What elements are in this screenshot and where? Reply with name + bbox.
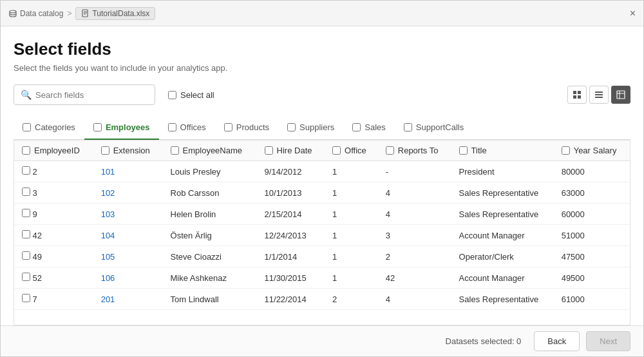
svg-rect-11 <box>595 97 603 98</box>
table-row: 2 101 Louis Presley 9/14/2012 1 - Presid… <box>14 161 630 182</box>
col-select-yearsalary[interactable] <box>562 146 570 155</box>
col-header-title: Title <box>451 140 554 161</box>
cell-yearsalary: 61000 <box>554 289 630 310</box>
col-select-office[interactable] <box>332 146 341 155</box>
cell-extension[interactable]: 103 <box>93 204 163 225</box>
cell-employeeid: 52 <box>14 267 93 289</box>
col-select-extension[interactable] <box>101 146 109 155</box>
row-checkbox[interactable] <box>22 209 30 217</box>
bottom-bar: Datasets selected: 0 Back Next <box>1 325 643 356</box>
tab-sales-checkbox[interactable] <box>352 123 361 131</box>
tab-offices-checkbox[interactable] <box>168 123 176 131</box>
cell-extension[interactable]: 102 <box>93 182 163 204</box>
cell-extension[interactable]: 201 <box>93 289 163 310</box>
cell-employeename: Östen Ärlig <box>163 225 257 246</box>
page-subtitle: Select the fields you want to include in… <box>14 63 630 73</box>
cell-hiredate: 11/30/2015 <box>257 267 325 289</box>
table-view-button[interactable] <box>611 86 630 104</box>
cell-extension[interactable]: 104 <box>93 225 163 246</box>
cell-hiredate: 9/14/2012 <box>257 161 325 182</box>
row-checkbox[interactable] <box>22 188 30 196</box>
col-select-employeename[interactable] <box>171 146 179 155</box>
cell-extension[interactable]: 101 <box>93 161 163 182</box>
cell-employeename: Helen Brolin <box>163 204 257 225</box>
tab-offices[interactable]: Offices <box>159 116 215 140</box>
tab-categories[interactable]: Categories <box>14 116 84 140</box>
cell-hiredate: 1/1/2014 <box>257 246 325 267</box>
cell-reportsto: - <box>378 161 451 182</box>
cell-reportsto: 4 <box>378 289 451 310</box>
list-view-button[interactable] <box>589 86 609 104</box>
svg-rect-12 <box>617 91 625 99</box>
tab-products-label: Products <box>236 122 269 132</box>
svg-rect-9 <box>595 92 603 93</box>
close-button[interactable]: × <box>630 8 636 19</box>
tab-offices-label: Offices <box>180 122 206 132</box>
cell-yearsalary: 49500 <box>554 267 630 289</box>
row-checkbox[interactable] <box>22 273 30 281</box>
search-input[interactable] <box>35 90 148 100</box>
tab-products-checkbox[interactable] <box>224 123 232 131</box>
cell-yearsalary: 47500 <box>554 246 630 267</box>
col-header-employeename: EmployeeName <box>163 140 257 161</box>
row-checkbox[interactable] <box>22 230 30 238</box>
cell-employeeid: 49 <box>14 246 93 267</box>
tab-suppliers[interactable]: Suppliers <box>278 116 343 140</box>
col-select-hiredate[interactable] <box>265 146 273 155</box>
col-header-employeeid: EmployeeID <box>14 140 93 161</box>
select-all-checkbox[interactable] <box>168 91 176 99</box>
row-checkbox[interactable] <box>22 166 30 175</box>
cell-extension[interactable]: 105 <box>93 246 163 267</box>
table-row: 52 106 Mike Ashkenaz 11/30/2015 1 42 Acc… <box>14 267 630 289</box>
tab-sales[interactable]: Sales <box>343 116 395 140</box>
breadcrumb-separator: > <box>67 9 71 18</box>
svg-point-0 <box>10 10 16 13</box>
svg-rect-5 <box>573 91 576 94</box>
col-header-extension: Extension <box>93 140 163 161</box>
cell-title: Operator/Clerk <box>451 246 554 267</box>
cell-office: 1 <box>325 204 378 225</box>
row-checkbox[interactable] <box>22 251 30 260</box>
col-select-reportsto[interactable] <box>386 146 394 155</box>
col-header-reportsto: Reports To <box>378 140 451 161</box>
cell-title: President <box>451 161 554 182</box>
grid-view-button[interactable] <box>567 86 587 104</box>
content-area: Select fields Select the fields you want… <box>1 26 643 325</box>
cell-yearsalary: 63000 <box>554 182 630 204</box>
cell-extension[interactable]: 106 <box>93 267 163 289</box>
cell-yearsalary: 60000 <box>554 204 630 225</box>
back-button[interactable]: Back <box>534 331 580 351</box>
breadcrumb: Data catalog > TutorialData.xlsx <box>8 7 155 20</box>
cell-employeeid: 9 <box>14 204 93 225</box>
tab-supportcalls-checkbox[interactable] <box>404 123 412 131</box>
col-select-employeeid[interactable] <box>22 146 30 155</box>
table-row: 42 104 Östen Ärlig 12/24/2013 1 3 Accoun… <box>14 225 630 246</box>
col-header-hiredate: Hire Date <box>257 140 325 161</box>
tab-employees-checkbox[interactable] <box>93 123 102 131</box>
tab-products[interactable]: Products <box>215 116 278 140</box>
cell-hiredate: 11/22/2014 <box>257 289 325 310</box>
tab-categories-checkbox[interactable] <box>23 123 31 131</box>
next-button: Next <box>586 331 630 351</box>
select-all-label: Select all <box>180 90 214 100</box>
cell-reportsto: 3 <box>378 225 451 246</box>
table-row: 49 105 Steve Cioazzi 1/1/2014 1 2 Operat… <box>14 246 630 267</box>
svg-rect-7 <box>573 95 576 99</box>
toolbar: 🔍 Select all <box>14 84 630 105</box>
row-checkbox[interactable] <box>22 294 30 302</box>
data-catalog-icon: Data catalog <box>8 9 63 18</box>
tab-employees[interactable]: Employees <box>84 116 159 140</box>
tab-suppliers-checkbox[interactable] <box>287 123 296 131</box>
cell-title: Sales Representative <box>451 289 554 310</box>
main-window: Data catalog > TutorialData.xlsx × Selec… <box>0 0 644 357</box>
title-bar: Data catalog > TutorialData.xlsx × <box>1 1 643 26</box>
col-select-title[interactable] <box>459 146 468 155</box>
table-row: 7 201 Tom Lindwall 11/22/2014 2 4 Sales … <box>14 289 630 310</box>
cell-hiredate: 12/24/2013 <box>257 225 325 246</box>
datasets-selected-label: Datasets selected: 0 <box>446 336 522 346</box>
filename-label: TutorialData.xlsx <box>92 9 149 18</box>
cell-employeeid: 7 <box>14 289 93 310</box>
cell-yearsalary: 51000 <box>554 225 630 246</box>
tab-supportcalls[interactable]: SupportCalls <box>395 116 473 140</box>
cell-hiredate: 2/15/2014 <box>257 204 325 225</box>
